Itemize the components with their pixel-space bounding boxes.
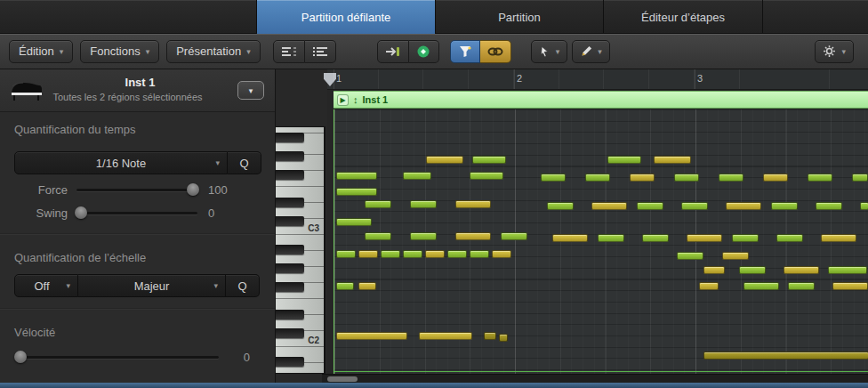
- step-input-button[interactable]: [377, 40, 409, 63]
- midi-note[interactable]: [832, 282, 868, 290]
- midi-note[interactable]: [419, 332, 472, 340]
- force-slider[interactable]: [76, 182, 197, 197]
- midi-note[interactable]: [598, 234, 624, 242]
- midi-note[interactable]: [541, 174, 566, 182]
- midi-note[interactable]: [492, 250, 511, 258]
- black-key[interactable]: [276, 357, 304, 367]
- midi-note[interactable]: [763, 174, 788, 182]
- piano-keyboard[interactable]: C3C2: [276, 126, 326, 374]
- midi-note[interactable]: [501, 232, 527, 240]
- scale-select[interactable]: Majeur ▾: [78, 274, 226, 297]
- midi-note[interactable]: [642, 234, 669, 242]
- scale-mode-select[interactable]: Off ▾: [14, 274, 78, 297]
- midi-note[interactable]: [336, 172, 377, 180]
- midi-note[interactable]: [719, 174, 743, 182]
- scrollbar-thumb[interactable]: [327, 376, 358, 382]
- midi-note[interactable]: [336, 282, 354, 290]
- velocity-slider[interactable]: [16, 350, 219, 364]
- horizontal-scrollbar[interactable]: [322, 374, 868, 383]
- midi-note[interactable]: [358, 282, 376, 290]
- midi-note[interactable]: [722, 252, 749, 260]
- black-key[interactable]: [276, 328, 304, 338]
- region-play-button[interactable]: ▶: [337, 94, 349, 106]
- velocity-slider-knob[interactable]: [14, 351, 27, 363]
- tab-scrolling-score[interactable]: Partition défilante: [256, 0, 435, 34]
- midi-note[interactable]: [726, 202, 761, 210]
- black-key[interactable]: [276, 133, 304, 142]
- midi-note[interactable]: [687, 234, 722, 242]
- midi-note[interactable]: [425, 250, 445, 258]
- midi-note[interactable]: [426, 156, 463, 164]
- time-quantize-q-button[interactable]: Q: [228, 151, 261, 174]
- midi-note[interactable]: [771, 202, 798, 210]
- midi-note[interactable]: [447, 250, 467, 258]
- midi-note[interactable]: [808, 174, 832, 182]
- midi-note[interactable]: [336, 332, 407, 340]
- midi-note[interactable]: [591, 202, 627, 210]
- midi-note[interactable]: [585, 174, 610, 182]
- midi-note[interactable]: [703, 266, 725, 274]
- midi-note[interactable]: [552, 234, 588, 242]
- midi-note[interactable]: [365, 200, 391, 208]
- midi-note[interactable]: [654, 156, 691, 164]
- midi-note[interactable]: [630, 174, 655, 182]
- midi-note[interactable]: [336, 188, 377, 196]
- midi-note[interactable]: [860, 202, 868, 210]
- swing-slider[interactable]: [76, 206, 197, 220]
- midi-note[interactable]: [852, 174, 868, 182]
- midi-note[interactable]: [403, 172, 431, 180]
- fonctions-menu-button[interactable]: Fonctions ▾: [80, 40, 159, 63]
- midi-note[interactable]: [455, 200, 491, 208]
- region-header[interactable]: ▶ ↕ Inst 1: [334, 91, 868, 109]
- midi-note[interactable]: [358, 250, 378, 258]
- link-button[interactable]: [480, 40, 511, 63]
- midi-note[interactable]: [547, 202, 574, 210]
- black-key[interactable]: [276, 216, 304, 226]
- settings-button[interactable]: ▾: [815, 40, 854, 63]
- scale-q-button[interactable]: Q: [226, 274, 260, 297]
- midi-note[interactable]: [739, 266, 766, 274]
- black-key[interactable]: [276, 310, 304, 319]
- details-list-button[interactable]: [305, 40, 336, 63]
- midi-in-button[interactable]: [409, 40, 439, 63]
- midi-note[interactable]: [816, 202, 842, 210]
- midi-note[interactable]: [472, 156, 506, 164]
- black-key[interactable]: [276, 263, 304, 273]
- midi-note[interactable]: [674, 174, 699, 182]
- inspector-disclosure-button[interactable]: ▾: [237, 81, 264, 100]
- midi-note[interactable]: [470, 250, 489, 258]
- midi-note[interactable]: [484, 332, 496, 340]
- midi-note[interactable]: [699, 282, 719, 290]
- midi-note[interactable]: [788, 282, 815, 290]
- midi-note[interactable]: [821, 234, 856, 242]
- note-grid[interactable]: [334, 109, 868, 374]
- pointer-tool-button[interactable]: ▾: [531, 40, 568, 63]
- midi-note[interactable]: [607, 156, 641, 164]
- midi-note[interactable]: [499, 334, 508, 342]
- black-key[interactable]: [276, 198, 304, 207]
- black-key[interactable]: [276, 282, 304, 292]
- midi-note[interactable]: [828, 266, 867, 274]
- midi-note[interactable]: [732, 234, 759, 242]
- pencil-tool-button[interactable]: ▾: [572, 40, 610, 63]
- midi-note[interactable]: [703, 352, 868, 360]
- midi-note[interactable]: [470, 172, 503, 180]
- midi-filter-button[interactable]: [450, 40, 480, 63]
- black-key[interactable]: [276, 170, 304, 180]
- midi-note[interactable]: [776, 234, 803, 242]
- midi-note[interactable]: [455, 232, 491, 240]
- midi-note[interactable]: [410, 200, 437, 208]
- edition-menu-button[interactable]: Édition ▾: [9, 40, 73, 63]
- midi-note[interactable]: [410, 232, 437, 240]
- midi-note[interactable]: [681, 202, 708, 210]
- tab-score[interactable]: Partition: [435, 0, 603, 34]
- bar-ruler[interactable]: 123: [327, 69, 868, 90]
- midi-note[interactable]: [637, 202, 663, 210]
- black-key[interactable]: [276, 245, 304, 255]
- collapse-mode-button[interactable]: [273, 40, 305, 63]
- black-key[interactable]: [276, 151, 304, 161]
- midi-note[interactable]: [365, 232, 391, 240]
- midi-note[interactable]: [336, 218, 372, 226]
- swing-slider-knob[interactable]: [75, 206, 87, 219]
- midi-note[interactable]: [403, 250, 422, 258]
